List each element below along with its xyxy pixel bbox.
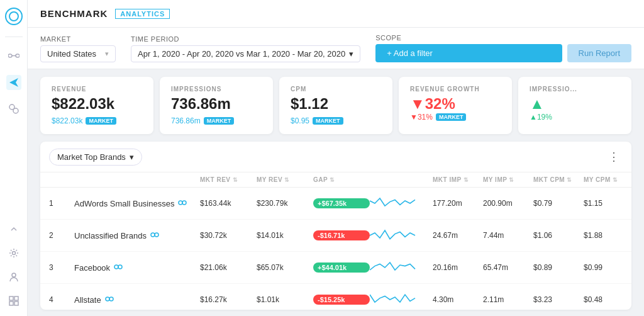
svg-point-17: [106, 297, 109, 301]
svg-point-12: [182, 201, 186, 205]
mkt-cpm: $3.23: [533, 295, 584, 304]
scope-actions: + Add a filter Run Report: [375, 44, 631, 62]
table-row: 1 AdWords Small Businesses $163.44k $230…: [40, 188, 631, 220]
svg-rect-8: [14, 296, 18, 300]
col-hdr-mkt-imp[interactable]: MKT IMP ⇅: [433, 176, 483, 183]
brand-name-cell: Allstate: [74, 295, 200, 305]
kpi-revenue-sub-value: $822.03k: [52, 116, 82, 125]
logo[interactable]: [5, 8, 23, 25]
add-filter-button[interactable]: + Add a filter: [375, 44, 562, 62]
kpi-impressions-sub: 736.86m MARKET: [171, 116, 262, 125]
col-hdr-my-rev[interactable]: MY REV ⇅: [257, 176, 313, 183]
sidebar: [0, 0, 28, 316]
brand-icon: [105, 295, 114, 305]
col-hdr-my-imp[interactable]: MY IMP ⇅: [483, 176, 533, 183]
run-report-button[interactable]: Run Report: [567, 44, 631, 62]
row-num: 2: [49, 231, 74, 240]
sort-icon-my-cpm: ⇅: [613, 177, 618, 183]
brand-icon: [150, 230, 159, 241]
sort-icon-mkt-cpm: ⇅: [567, 177, 572, 183]
sidebar-divider: [5, 37, 23, 37]
my-imp: 7.44m: [483, 231, 533, 240]
sort-icon-gap: ⇅: [330, 177, 335, 183]
my-rev: $1.01k: [257, 295, 313, 304]
table-row: 4 Allstate $16.27k $1.01k -$15.25k 4.30m…: [40, 284, 631, 310]
kpi-revenue-growth: REVENUE GROWTH ▼32% ▼31% MARKET: [399, 77, 512, 134]
svg-point-15: [114, 265, 118, 269]
kpi-imp-growth-sub-value: ▲19%: [530, 113, 552, 121]
sidebar-icon-gear[interactable]: [6, 245, 21, 261]
sidebar-icon-circles[interactable]: [6, 101, 21, 116]
mkt-imp: 4.30m: [433, 295, 483, 304]
sidebar-icon-grid[interactable]: [6, 293, 21, 308]
col-hdr-num: [49, 176, 74, 183]
market-filter-group: Market United States ▾: [40, 35, 116, 62]
market-chevron-icon: ▾: [105, 50, 109, 58]
svg-rect-1: [16, 54, 19, 57]
sidebar-icon-person[interactable]: [6, 269, 21, 285]
timeperiod-label: Time period: [131, 35, 360, 43]
kpi-revenue: REVENUE $822.03k $822.03k MARKET: [40, 77, 153, 134]
my-cpm: $0.99: [584, 263, 631, 272]
kpi-impressions-title: IMPRESSIONS: [171, 86, 262, 93]
mkt-cpm: $1.06: [533, 231, 584, 240]
brand-name: BENCHMARK: [40, 8, 108, 19]
my-rev: $14.01k: [257, 231, 313, 240]
svg-point-4: [13, 108, 18, 113]
kpi-revenue-title: REVENUE: [52, 86, 142, 93]
timeperiod-chevron-icon: ▾: [349, 49, 353, 59]
mkt-rev: $30.72k: [200, 231, 257, 240]
gap-badge: +$67.35k: [313, 198, 370, 208]
kpi-impressions-value: 736.86m: [171, 95, 262, 113]
kpi-growth-title: REVENUE GROWTH: [410, 86, 501, 93]
svg-rect-7: [9, 296, 13, 300]
col-hdr-mkt-rev[interactable]: MKT REV ⇅: [200, 176, 257, 183]
mkt-rev: $163.44k: [200, 199, 257, 208]
mkt-rev: $16.27k: [200, 295, 257, 304]
row-num: 3: [49, 263, 74, 272]
brand-icon: [114, 262, 123, 273]
table-dropdown[interactable]: Market Top Brands ▾: [49, 149, 142, 166]
mkt-cpm: $0.89: [533, 263, 584, 272]
svg-rect-10: [14, 302, 18, 305]
gap-badge: -$15.25k: [313, 295, 370, 305]
kpi-impressions-badge: MARKET: [204, 117, 235, 125]
mkt-imp: 20.16m: [433, 263, 483, 272]
filters-bar: Market United States ▾ Time period Apr 1…: [28, 28, 644, 69]
kpi-cpm-badge: MARKET: [313, 117, 343, 125]
kpi-cpm-sub-value: $0.95: [291, 116, 309, 125]
my-rev: $65.07k: [257, 263, 313, 272]
kpi-impressions: IMPRESSIONS 736.86m 736.86m MARKET: [160, 77, 273, 134]
svg-rect-9: [9, 302, 13, 305]
analytics-badge: ANALYTICS: [115, 9, 170, 19]
table-body: 1 AdWords Small Businesses $163.44k $230…: [40, 188, 631, 310]
col-hdr-my-cpm[interactable]: MY CPM ⇅: [584, 176, 631, 183]
timeperiod-value: Apr 1, 2020 - Apr 20, 2020 vs Mar 1, 202…: [138, 49, 345, 59]
mkt-imp: 177.20m: [433, 199, 483, 208]
col-hdr-mkt-cpm[interactable]: MKT CPM ⇅: [533, 176, 584, 183]
timeperiod-filter-group: Time period Apr 1, 2020 - Apr 20, 2020 v…: [131, 35, 360, 62]
kpi-imp-growth-sub: ▲19%: [530, 113, 620, 121]
sort-icon-my-imp: ⇅: [509, 177, 514, 183]
col-hdr-gap[interactable]: GAP ⇅: [313, 176, 370, 183]
timeperiod-select[interactable]: Apr 1, 2020 - Apr 20, 2020 vs Mar 1, 202…: [131, 45, 360, 62]
brand-name-cell: Unclassified Brands: [74, 230, 200, 241]
brand-name-cell: Facebook: [74, 262, 200, 273]
sparkline: [370, 194, 420, 213]
sidebar-icon-glasses[interactable]: [6, 48, 21, 64]
col-hdr-brand: [74, 176, 200, 183]
table-column-headers: MKT REV ⇅ MY REV ⇅ GAP ⇅ MKT IMP ⇅ MY IM…: [40, 172, 631, 188]
my-imp: 2.11m: [483, 295, 533, 304]
sidebar-icon-plane[interactable]: [6, 75, 21, 90]
row-num: 4: [49, 295, 74, 304]
market-select[interactable]: United States ▾: [40, 45, 116, 62]
sparkline: [370, 258, 420, 277]
my-cpm: $1.88: [584, 231, 631, 240]
sidebar-icon-chevrons[interactable]: [6, 222, 21, 237]
svg-point-13: [151, 233, 155, 237]
svg-point-16: [118, 265, 122, 269]
svg-point-6: [12, 273, 16, 277]
svg-point-14: [155, 233, 158, 237]
mkt-rev: $21.06k: [200, 263, 257, 272]
table-more-button[interactable]: ⋮: [605, 148, 623, 166]
